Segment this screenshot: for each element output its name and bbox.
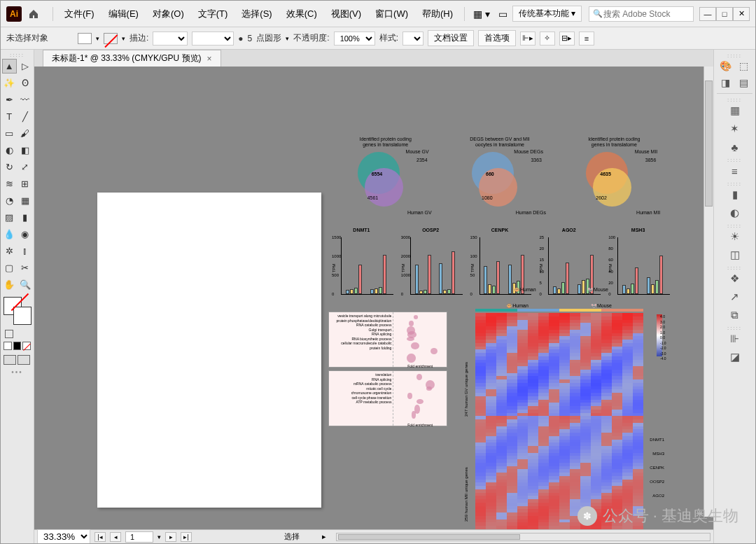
preferences-button[interactable]: 首选项 [478,30,516,46]
none-mode-icon[interactable] [22,342,31,350]
swap-fill-stroke-icon[interactable] [5,330,13,338]
menu-type[interactable]: 文字(T) [191,8,235,20]
blend-tool-icon[interactable]: ◉ [18,227,33,242]
minimize-button[interactable]: — [699,7,716,21]
search-input[interactable] [589,6,694,22]
last-artboard-icon[interactable]: ▸| [181,532,192,542]
gradient-panel-icon[interactable]: ▮ [727,186,743,203]
color-mode-icon[interactable] [4,342,12,350]
pathfinder-panel-icon[interactable]: ◪ [727,349,743,365]
mesh-tool-icon[interactable]: ▨ [2,210,17,225]
asset-export-panel-icon[interactable]: ↗ [727,288,743,305]
transparency-panel-icon[interactable]: ◐ [727,204,743,221]
brush-select[interactable] [192,32,234,46]
zoom-tool-icon[interactable]: 🔍 [18,277,33,292]
rotate-tool-icon[interactable]: ↻ [2,160,17,174]
maximize-button[interactable]: □ [716,7,733,21]
vertical-scrollbar[interactable] [704,67,713,517]
eraser-tool-icon[interactable]: ◧ [18,143,33,158]
opacity-select[interactable]: 100% [334,32,375,46]
menu-select[interactable]: 选择(S) [234,8,279,20]
document-setup-button[interactable]: 文档设置 [428,30,474,46]
menu-help[interactable]: 帮助(H) [415,8,460,20]
selection-status: 未选择对象 [6,32,48,44]
edit-toolbar-icon[interactable]: ••• [2,368,32,376]
gradient-tool-icon[interactable]: ▮ [18,210,33,225]
zoom-select[interactable]: 33.33% [37,529,90,544]
heatmap: 🐵Human🐭Mouse 247 human GV unique genes 2… [461,312,664,529]
brushes-panel-icon[interactable]: ▦ [727,102,743,119]
menu-view[interactable]: 视图(V) [324,8,368,20]
lasso-tool-icon[interactable]: ʘ [18,76,33,90]
menu-edit[interactable]: 编辑(E) [102,8,146,20]
scale-tool-icon[interactable]: ⤢ [18,160,33,174]
tab-close-icon[interactable]: × [207,54,212,64]
swatches-panel-icon[interactable]: ◨ [718,75,734,90]
style-select[interactable] [402,32,424,46]
workspace-switcher[interactable]: 传统基本功能 ▾ [512,6,582,22]
paintbrush-tool-icon[interactable]: 🖌 [18,126,33,141]
toolbox-grip-icon[interactable]: ::::: [2,53,32,57]
canvas[interactable]: Identified protein codinggenes in transl… [34,67,713,529]
menu-file[interactable]: 文件(F) [57,8,102,20]
next-artboard-icon[interactable]: ▸ [165,532,176,542]
type-tool-icon[interactable]: T [2,109,17,124]
transform-icon[interactable]: ✧ [540,32,555,46]
align-icon[interactable]: ⊩▸ [520,32,536,46]
fill-stroke-control[interactable] [4,297,31,325]
hand-tool-icon[interactable]: ✋ [2,277,17,292]
symbols-panel-icon[interactable]: ✶ [727,120,743,137]
color-panel-icon[interactable]: 🎨 [718,58,734,74]
libraries-panel-icon[interactable]: ▤ [736,75,752,90]
prev-artboard-icon[interactable]: ◂ [110,532,121,542]
menu-object[interactable]: 对象(O) [146,8,191,20]
eyedropper-tool-icon[interactable]: 💧 [2,227,17,242]
graph-tool-icon[interactable]: ⫿ [18,244,33,258]
menu-more-icon[interactable]: ≡ [579,32,594,46]
home-icon[interactable] [26,6,41,22]
menu-window[interactable]: 窗口(W) [368,8,415,20]
figure-group[interactable]: Identified protein codinggenes in transl… [328,137,671,529]
first-artboard-icon[interactable]: |◂ [94,532,106,542]
stroke-panel-icon[interactable]: ≡ [727,162,743,179]
stroke-swatch[interactable] [104,33,118,44]
rectangle-tool-icon[interactable]: ▭ [2,126,17,141]
width-tool-icon[interactable]: ≋ [2,176,17,191]
perspective-tool-icon[interactable]: ▦ [18,193,33,208]
arrange-docs-icon[interactable]: ▦ ▾ [469,8,494,20]
properties-panel-icon[interactable]: ⬚ [736,58,752,74]
gradient-mode-icon[interactable] [13,342,22,350]
magic-wand-tool-icon[interactable]: ✨ [2,76,17,90]
menu-effect[interactable]: 效果(C) [279,8,324,20]
align-panel-icon[interactable]: ⊪ [727,330,743,347]
pen-tool-icon[interactable]: ✒ [2,92,17,107]
clubs-panel-icon[interactable]: ♣ [727,139,743,155]
dock-grip-icon[interactable]: ::::: [717,53,752,57]
bar-chart: MSH3 TPM 020406080100 [605,228,671,305]
close-button[interactable]: ✕ [733,7,750,21]
draw-mode-icon[interactable] [4,355,16,365]
gpu-icon[interactable]: ▭ [494,8,512,20]
fill-swatch[interactable] [78,33,92,44]
artboard-tool-icon[interactable]: ▢ [2,260,17,275]
shape-builder-tool-icon[interactable]: ◔ [2,193,17,208]
appearance-panel-icon[interactable]: ☀ [727,228,743,245]
isolate-icon[interactable]: ⊟▸ [559,32,575,46]
layers-panel-icon[interactable]: ❖ [727,270,743,287]
document-tab[interactable]: 未标题-1* @ 33.33% (CMYK/GPU 预览) × [43,50,221,67]
shaper-tool-icon[interactable]: ◐ [2,143,17,158]
artboard[interactable] [97,193,321,508]
stroke-weight-select[interactable] [153,32,188,46]
artboards-panel-icon[interactable]: ⧉ [727,307,743,323]
screen-mode-icon[interactable] [18,355,30,365]
artboard-number-field[interactable]: 1 [125,531,153,543]
graphic-styles-panel-icon[interactable]: ◫ [727,246,743,263]
selection-tool-icon[interactable]: ▲ [2,59,17,74]
symbol-sprayer-tool-icon[interactable]: ✲ [2,244,17,258]
slice-tool-icon[interactable]: ✂ [18,260,33,275]
line-tool-icon[interactable]: ╱ [18,109,33,124]
direct-selection-tool-icon[interactable]: ▷ [18,59,33,74]
curvature-tool-icon[interactable]: 〰 [18,92,33,107]
free-transform-tool-icon[interactable]: ⊞ [18,176,33,191]
horizontal-scrollbar[interactable] [336,533,710,541]
